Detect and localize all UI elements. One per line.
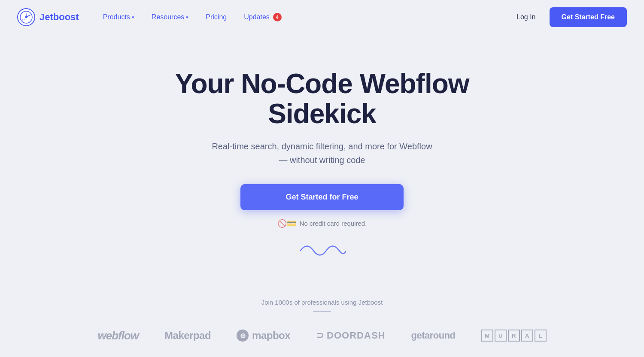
logos-section: Join 1000s of professionals using Jetboo… — [0, 281, 644, 357]
mapbox-icon — [237, 330, 249, 342]
hero-title: Your No-Code Webflow Sidekick — [150, 69, 494, 129]
logo-mapbox: mapbox — [237, 330, 290, 342]
logo-doordash: ⊃ DOORDASH — [316, 330, 385, 341]
nav-pricing-label: Pricing — [206, 13, 227, 21]
logo-makerpad: Makerpad — [164, 330, 211, 342]
logos-row: webflow Makerpad mapbox ⊃ DOORDASH getar… — [17, 329, 627, 342]
navbar: Jetboost Products ▾ Resources ▾ Pricing … — [0, 0, 644, 34]
hero-section: Your No-Code Webflow Sidekick Real-time … — [0, 34, 644, 281]
hero-subtitle: Real-time search, dynamic filtering, and… — [210, 139, 434, 167]
squiggle-decoration — [296, 239, 348, 256]
logos-divider — [313, 311, 331, 312]
resources-chevron-icon: ▾ — [186, 15, 188, 20]
logo-text: Jetboost — [39, 12, 79, 23]
logo-webflow: webflow — [97, 329, 139, 342]
no-credit-card-icon: 🚫💳 — [277, 219, 296, 228]
nav-links: Products ▾ Resources ▾ Pricing Updates 4 — [96, 9, 510, 25]
nav-resources-label: Resources — [152, 13, 184, 21]
nav-updates-label: Updates — [244, 13, 270, 21]
logo-mural: M U R A L — [481, 330, 547, 342]
nav-cta-button[interactable]: Get Started Free — [550, 7, 627, 27]
logo-icon — [17, 8, 35, 26]
no-credit-text: No credit card required. — [300, 220, 367, 227]
updates-badge: 4 — [273, 13, 282, 21]
nav-item-updates[interactable]: Updates 4 — [237, 9, 289, 25]
logo-getaround: getaround — [411, 330, 455, 341]
hero-cta-button[interactable]: Get Started for Free — [240, 184, 404, 210]
logos-tagline: Join 1000s of professionals using Jetboo… — [17, 299, 627, 306]
no-credit-notice: 🚫💳 No credit card required. — [277, 219, 367, 228]
logo-link[interactable]: Jetboost — [17, 8, 79, 26]
nav-right: Log In Get Started Free — [510, 7, 627, 27]
svg-point-4 — [25, 16, 27, 18]
login-button[interactable]: Log In — [510, 10, 542, 24]
nav-item-pricing[interactable]: Pricing — [199, 10, 234, 24]
doordash-icon: ⊃ — [316, 330, 324, 341]
nav-item-products[interactable]: Products ▾ — [96, 10, 141, 24]
products-chevron-icon: ▾ — [132, 15, 134, 20]
nav-products-label: Products — [103, 13, 130, 21]
nav-item-resources[interactable]: Resources ▾ — [145, 10, 195, 24]
